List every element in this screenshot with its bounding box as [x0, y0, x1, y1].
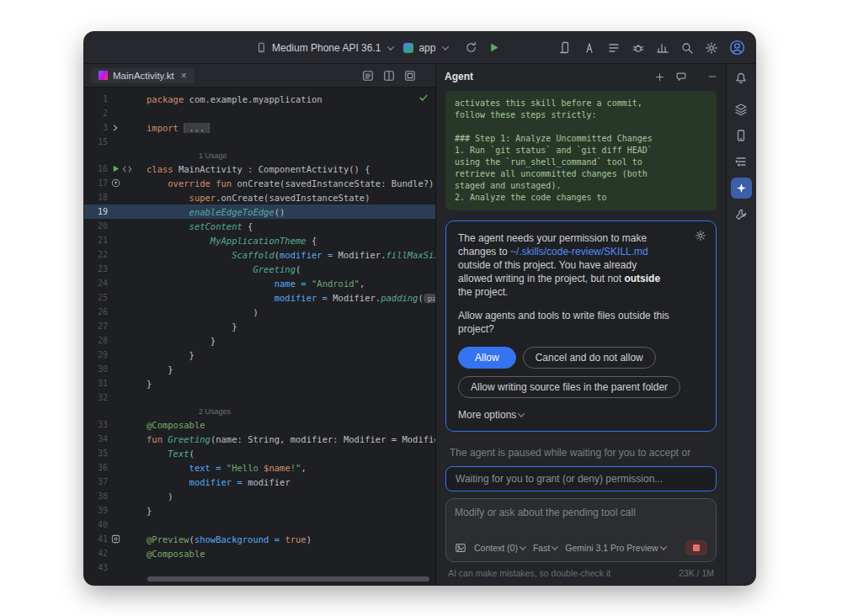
running-devices-icon[interactable]	[734, 129, 748, 142]
code-line[interactable]: 43	[84, 560, 435, 575]
more-options-toggle[interactable]: More options	[458, 409, 704, 421]
code-line[interactable]: 23 Greeting(	[84, 262, 435, 276]
run-button[interactable]	[488, 42, 499, 53]
allow-parent-folder-button[interactable]: Allow writing source files in the parent…	[458, 376, 680, 398]
code-line[interactable]: 31}	[84, 376, 435, 390]
device-selector[interactable]: Medium Phone API 36.1	[251, 40, 398, 56]
search-icon[interactable]	[680, 41, 694, 55]
ai-disclaimer: AI can make mistakes, so double-check it	[448, 568, 610, 578]
horizontal-scrollbar[interactable]	[147, 576, 429, 581]
code-line[interactable]: 24 name = "Android",	[84, 276, 435, 290]
editor-pane: MainActivity.kt ×	[84, 64, 435, 585]
usage-count-hint[interactable]: 2 Usages	[84, 405, 435, 417]
android-studio-window: Medium Phone API 36.1 app	[84, 32, 755, 585]
code-line[interactable]: 37 modifier = modifier	[84, 475, 435, 489]
fold-gutter-icon[interactable]	[111, 124, 120, 132]
inspection-ok-check-icon	[418, 93, 429, 103]
permission-message: The agent needs your permission to make …	[458, 231, 674, 299]
code-line[interactable]: 17 override fun onCreate(savedInstanceSt…	[84, 176, 435, 190]
tab-mainactivity[interactable]: MainActivity.kt ×	[91, 68, 195, 83]
gemini-sparkle-icon	[735, 182, 748, 194]
inspection-status-widget[interactable]	[418, 93, 429, 103]
context-selector[interactable]: Context (0)	[474, 543, 525, 553]
run-configuration-selector[interactable]: app	[398, 40, 453, 56]
close-tab-icon[interactable]: ×	[181, 71, 187, 81]
code-line[interactable]: 16class MainActivity : ComponentActivity…	[84, 162, 435, 176]
app-inspection-bug-icon[interactable]	[632, 41, 645, 55]
build-tools-wrench-icon[interactable]	[734, 208, 748, 221]
agent-code-block: activates this skill before a commit, fo…	[445, 91, 717, 210]
account-avatar[interactable]	[729, 40, 745, 56]
code-line[interactable]: 25 modifier = Modifier.padding(paddingVa…	[84, 290, 435, 305]
chevron-down-icon	[387, 43, 394, 50]
hide-panel-icon[interactable]	[707, 72, 717, 82]
gemini-agent-tool-button[interactable]	[731, 178, 752, 199]
pair-devices-icon[interactable]	[583, 41, 596, 55]
agent-chat-transcript[interactable]: activates this skill before a commit, fo…	[436, 89, 726, 461]
code-line[interactable]: 38 )	[84, 489, 435, 503]
build-variants-icon[interactable]	[734, 103, 748, 116]
new-chat-plus-icon[interactable]	[654, 72, 665, 82]
code-gutter-icon[interactable]	[122, 165, 132, 173]
kotlin-file-icon	[99, 71, 108, 80]
split-editor-icon[interactable]	[383, 70, 395, 82]
waiting-permission-field[interactable]: Waiting for you to grant (or deny) permi…	[445, 466, 717, 491]
code-line[interactable]: 35 Text(	[84, 446, 435, 460]
mode-selector[interactable]: Fast	[533, 543, 557, 553]
layout-inspector-icon[interactable]	[404, 70, 416, 82]
phone-device-icon	[256, 42, 267, 53]
code-line[interactable]: 32	[84, 390, 435, 405]
code-line[interactable]: 1package com.example.myapplication	[84, 92, 435, 106]
code-line[interactable]: 26 )	[84, 305, 435, 319]
allow-button[interactable]: Allow	[458, 347, 516, 369]
composer-placeholder[interactable]: Modify or ask about the pending tool cal…	[455, 507, 707, 518]
profiler-icon[interactable]	[656, 41, 669, 55]
preview-gutter-icon[interactable]	[111, 534, 120, 544]
code-line[interactable]: 42@Composable	[84, 546, 435, 560]
agent-panel: Agent activates thi	[435, 64, 726, 585]
usage-count-hint[interactable]: 1 Usage	[84, 149, 435, 162]
code-line[interactable]: 40	[84, 518, 435, 532]
code-line[interactable]: 36 text = "Hello $name!",	[84, 460, 435, 475]
skill-file-link[interactable]: ~/.skills/code-review/SKILL.md	[510, 246, 648, 258]
code-line[interactable]: 18 super.onCreate(savedInstanceState)	[84, 190, 435, 204]
code-line[interactable]: 39}	[84, 503, 435, 518]
stop-generation-button[interactable]	[685, 540, 707, 555]
chevron-down-icon	[518, 410, 525, 417]
highlight-sections-icon[interactable]	[362, 70, 374, 82]
tab-label: MainActivity.kt	[113, 71, 174, 81]
code-line[interactable]: 3import ...	[84, 120, 435, 135]
code-line[interactable]: 33@Composable	[84, 417, 435, 432]
settings-gear-icon[interactable]	[705, 41, 718, 55]
code-line[interactable]: 2	[84, 106, 435, 120]
code-line[interactable]: 30 }	[84, 362, 435, 376]
code-line[interactable]: 27 }	[84, 319, 435, 333]
code-line[interactable]: 19 enableEdgeToEdge()	[84, 204, 435, 219]
override-gutter-icon[interactable]	[111, 178, 120, 188]
device-manager-icon[interactable]	[558, 41, 572, 55]
logcat-icon[interactable]	[607, 41, 621, 55]
attach-image-icon[interactable]	[455, 542, 466, 554]
code-line[interactable]: 34fun Greeting(name: String, modifier: M…	[84, 432, 435, 446]
model-selector[interactable]: Gemini 3.1 Pro Preview	[565, 543, 665, 553]
permission-request-card: The agent needs your permission to make …	[445, 220, 717, 432]
app-config-icon	[403, 43, 413, 53]
code-line[interactable]: 21 MyApplicationTheme {	[84, 233, 435, 247]
chat-history-icon[interactable]	[675, 71, 687, 82]
cancel-do-not-allow-button[interactable]: Cancel and do not allow	[523, 347, 656, 369]
structure-icon[interactable]	[734, 155, 748, 168]
agent-panel-header: Agent	[436, 64, 726, 89]
code-editor[interactable]: 1package com.example.myapplication23impo…	[84, 88, 435, 585]
code-rows: 1package com.example.myapplication23impo…	[84, 92, 435, 575]
permission-settings-gear-icon[interactable]	[695, 230, 706, 242]
code-line[interactable]: 28 }	[84, 333, 435, 348]
sync-project-icon[interactable]	[465, 41, 477, 54]
notifications-bell-icon[interactable]	[734, 72, 748, 85]
agent-composer[interactable]: Modify or ask about the pending tool cal…	[445, 498, 717, 562]
run-gutter-icon[interactable]	[111, 164, 120, 173]
code-line[interactable]: 29 }	[84, 348, 435, 362]
code-line[interactable]: 20 setContent {	[84, 219, 435, 233]
code-line[interactable]: 41@Preview(showBackground = true)	[84, 532, 435, 546]
code-line[interactable]: 15	[84, 135, 435, 149]
code-line[interactable]: 22 Scaffold(modifier = Modifier.fillMaxS…	[84, 247, 435, 262]
